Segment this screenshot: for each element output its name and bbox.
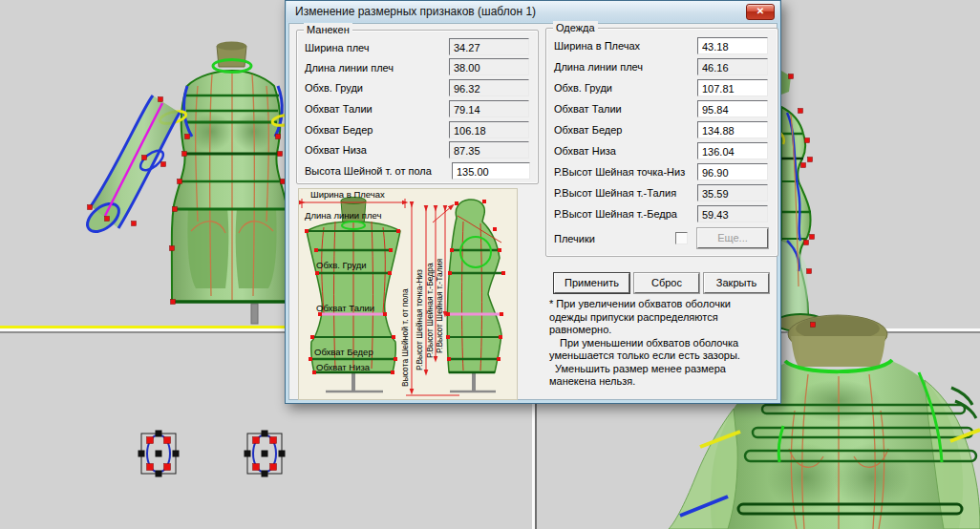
field-hips-clothing[interactable] (697, 121, 768, 138)
more-button: Еще... (697, 228, 768, 248)
field-neck-to-bottom[interactable] (697, 163, 768, 180)
field-label: Обхват Низа (554, 145, 616, 157)
field-label: Р.Высот Шейная точка-Низ (554, 166, 685, 178)
field-label: Обхв. Груди (554, 82, 612, 94)
field-label: Обхват Бедер (554, 124, 622, 136)
diagram-label-hips: Обхват Бедер (314, 347, 373, 357)
reset-button[interactable]: Сброс (634, 273, 699, 293)
field-shoulder-line-mannequin (449, 58, 529, 75)
group-clothing: Одежда Ширина в Плечах Длина линии плеч … (545, 28, 778, 257)
diagram-label-height-low: Р.Высот Шейная точка-Низ (415, 269, 424, 370)
note-line: * При увеличении обхватов оболочки одежд… (549, 298, 763, 337)
dialog-title: Изменение размерных признаков (шаблон 1) (287, 5, 536, 18)
group-mannequin: Манекен Ширина плеч Длина линии плеч Обх… (296, 30, 539, 184)
field-label: Ширина в Плечах (554, 40, 640, 52)
diagram-label-height-hips: Р.Высот Шейная т.-Бедра (425, 263, 435, 358)
diagram-label-waist: Обхват Талии (316, 303, 374, 313)
field-chest-mannequin (449, 79, 529, 96)
selection-handle[interactable] (811, 323, 816, 328)
dialog-client-area: Манекен Ширина плеч Длина линии плеч Обх… (288, 23, 778, 400)
close-dialog-button[interactable]: Закрыть (704, 273, 769, 293)
field-label: Обхват Низа (305, 144, 367, 156)
dialog-size-attributes: Изменение размерных признаков (шаблон 1)… (285, 0, 781, 404)
diagram-label-height-floor: Высота Шейной т. от пола (400, 288, 410, 387)
shoulder-pads-label: Плечики (554, 233, 595, 244)
apply-button[interactable]: Применить (554, 273, 629, 293)
field-hips-mannequin (449, 121, 529, 138)
dialog-note: * При увеличении обхватов оболочки одежд… (549, 298, 763, 389)
field-label: Высота Шейной т. от пола (305, 165, 432, 177)
note-line: При уменьшении обхватов оболочка уменьша… (549, 337, 763, 363)
dialog-titlebar[interactable]: Изменение размерных признаков (шаблон 1) (287, 1, 779, 22)
field-label: Обхв. Груди (305, 82, 363, 94)
field-neck-to-hips (697, 205, 768, 222)
note-line: Уменьшить размер менее размера манекена … (549, 363, 763, 389)
measurement-diagram: Ширина в Плечах Длина линии плеч Обхв. Г… (298, 188, 518, 400)
close-button[interactable]: ✕ (746, 4, 775, 20)
mannequin-stand (251, 304, 258, 324)
field-chest-clothing[interactable] (697, 79, 768, 96)
shoulder-pads-checkbox[interactable] (675, 232, 688, 244)
diagram-label-height-waist: Р.Высот Шейная т.-Талия (435, 259, 444, 353)
field-neck-to-waist (697, 184, 768, 201)
group-mannequin-title: Манекен (304, 23, 352, 36)
diagram-label-chest: Обхв. Груди (316, 260, 367, 270)
field-label: Обхват Бедер (305, 124, 373, 136)
group-clothing-title: Одежда (553, 21, 598, 34)
field-shoulder-width-mannequin (449, 38, 529, 55)
close-icon: ✕ (756, 6, 764, 16)
field-label: Обхват Талии (554, 103, 622, 115)
field-shoulder-line-clothing (697, 58, 768, 75)
diagram-label-bottom: Обхват Низа (316, 362, 370, 372)
field-label: Ширина плеч (305, 42, 370, 53)
field-shoulder-width-clothing[interactable] (697, 37, 768, 54)
field-waist-mannequin (449, 100, 529, 117)
field-label: Длина линии плеч (554, 61, 643, 73)
field-label: Р.Высот Шейная т.-Бедра (554, 208, 677, 220)
field-label: Р.Высот Шейная т.-Талия (554, 187, 676, 199)
diagram-label-shoulder-width: Ширина в Плечах (310, 189, 385, 200)
floor-line-yellow (0, 326, 285, 328)
field-label: Длина линии плеч (305, 62, 394, 74)
field-label: Обхват Талии (305, 103, 373, 115)
field-bottom-clothing[interactable] (697, 142, 768, 159)
field-bottom-mannequin (449, 141, 529, 159)
field-neck-height-mannequin[interactable] (452, 162, 530, 180)
field-waist-clothing[interactable] (697, 100, 768, 117)
diagram-label-shoulder-line: Длина линии плеч (305, 210, 381, 221)
